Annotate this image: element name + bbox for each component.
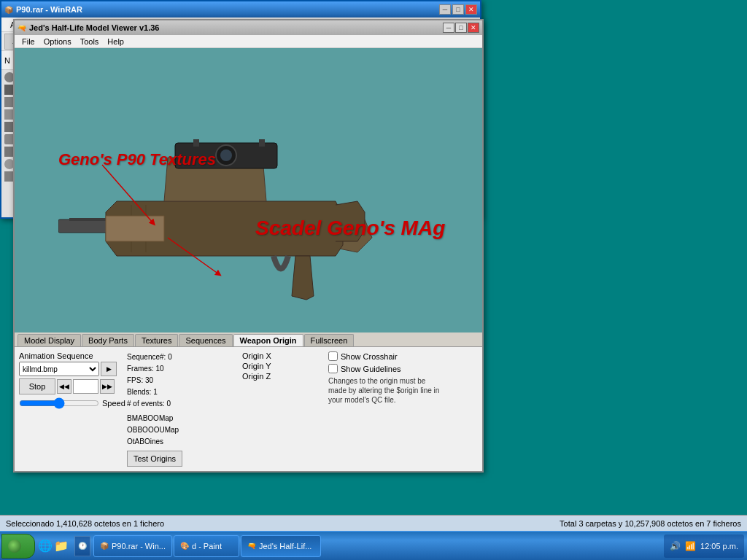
speed-slider[interactable] (19, 397, 99, 409)
svg-line-17 (102, 165, 153, 223)
search-label: N (4, 56, 10, 65)
start-orb-icon (8, 540, 21, 553)
origin-z-row: Origin Z (242, 372, 322, 381)
svg-rect-9 (193, 139, 199, 147)
winrar-titlebar: 📦 P90.rar - WinRAR ─ □ ✕ (1, 1, 480, 18)
taskbar-app-modelviewer[interactable]: 🔫 Jed's Half-Lif... (241, 535, 321, 557)
mv-maximize-button[interactable]: □ (455, 23, 467, 33)
animation-section: Animation Sequence killmd.bmp ▶ Stop ◀◀ … (19, 351, 121, 409)
speed-label: Speed (102, 399, 125, 408)
status-bar: Seleccionado 1,410,628 octetos en 1 fich… (0, 515, 747, 531)
animation-sequence-select[interactable]: killmd.bmp (19, 362, 99, 376)
tray-time-display: 12:05 p.m. (700, 542, 738, 551)
svg-line-18 (168, 238, 219, 274)
mv-menubar: File Options Tools Help (15, 35, 482, 48)
tray-volume-icon: 📶 (685, 541, 696, 551)
checkboxes-section: Show Crosshair Show Guidelines Changes t… (328, 351, 478, 405)
speed-row: Speed (19, 397, 121, 409)
taskbar-tray: 🔊 📶 12:05 p.m. (664, 534, 744, 558)
animation-label: Animation Sequence (19, 351, 121, 360)
mv-close-button[interactable]: ✕ (468, 23, 479, 33)
desktop: 📦 P90.rar - WinRAR ─ □ ✕ Arc File Comman… (0, 0, 747, 560)
origin-y-row: Origin Y (242, 362, 322, 370)
winrar-controls: ─ □ ✕ (439, 4, 477, 15)
mv-icon: 🔫 (18, 24, 26, 32)
viewport-annotation-1: Geno's P90 Textures (58, 150, 216, 169)
model-viewer-window: 🔫 Jed's Half-Life Model Viewer v1.36 ─ □… (13, 19, 484, 472)
prev-frame-button[interactable]: ◀◀ (57, 379, 71, 394)
winrar-title: P90.rar - WinRAR (16, 5, 439, 14)
tab-sequences[interactable]: Sequences (179, 334, 232, 346)
origin-note: Changes to the origin must be made by al… (328, 376, 445, 405)
origin-x-label: Origin X (242, 351, 271, 360)
crosshair-label: Show Crosshair (341, 352, 398, 361)
show-crosshair-checkbox[interactable] (328, 351, 338, 361)
tab-model-display[interactable]: Model Display (18, 334, 81, 346)
taskbar-quick-launch: 🌐 📁 (38, 539, 69, 553)
stat-fps: FPS: 30 (127, 375, 236, 386)
animation-controls: Stop ◀◀ ▶▶ (19, 378, 121, 394)
map-values: BMABOOMap OBBOOOUMap OtABOines (127, 413, 236, 448)
tray-network-icon: 🔊 (670, 541, 681, 551)
stat-sequence: Sequence#: 0 (127, 351, 236, 363)
guidelines-label: Show Guidelines (341, 365, 401, 373)
tab-weapon-origin[interactable]: Weapon Origin (233, 334, 303, 346)
mv-viewport: Geno's P90 Textures Scadel Geno's MAg (15, 48, 482, 332)
map-x: BMABOOMap (127, 413, 236, 424)
guidelines-row: Show Guidelines (328, 364, 478, 373)
status-right: Total 3 carpetas y 10,257,908 octetos en… (554, 519, 747, 528)
taskbar-ie-icon[interactable]: 🌐 (38, 539, 53, 553)
origin-z-label: Origin Z (242, 372, 271, 381)
taskbar-app-winrar[interactable]: 📦 P90.rar - Win... (93, 535, 172, 557)
mv-menu-tools[interactable]: Tools (76, 36, 104, 47)
taskbar-app-modelviewer-label: Jed's Half-Lif... (259, 542, 311, 551)
taskbar-app-winrar-label: P90.rar - Win... (112, 542, 166, 551)
status-left: Seleccionado 1,410,628 octetos en 1 fich… (0, 519, 554, 528)
viewport-annotation-2: Scadel Geno's MAg (255, 216, 445, 241)
clock-icon: 🕐 (74, 536, 90, 556)
taskbar-apps: 🕐 📦 P90.rar - Win... 🎨 d - Paint 🔫 Jed's… (74, 535, 664, 557)
mv-minimize-button[interactable]: ─ (443, 23, 454, 33)
mv-menu-options[interactable]: Options (39, 36, 76, 47)
panel-content-row: Animation Sequence killmd.bmp ▶ Stop ◀◀ … (19, 351, 478, 467)
stat-events: # of events: 0 (127, 398, 236, 410)
origin-x-row: Origin X (242, 351, 322, 360)
winrar-maximize-button[interactable]: □ (452, 4, 464, 15)
origin-y-label: Origin Y (242, 362, 271, 370)
show-guidelines-checkbox[interactable] (328, 364, 338, 373)
taskbar-app-paint-label: d - Paint (192, 542, 222, 551)
stat-frames: Frames: 10 (127, 363, 236, 375)
crosshair-row: Show Crosshair (328, 351, 478, 361)
mv-controls: ─ □ ✕ (443, 23, 479, 33)
frame-counter-display: ▶ (101, 362, 117, 376)
mv-panel: Animation Sequence killmd.bmp ▶ Stop ◀◀ … (15, 347, 482, 471)
taskbar: 🌐 📁 🕐 📦 P90.rar - Win... 🎨 d - Paint 🔫 J… (0, 531, 747, 560)
winrar-minimize-button[interactable]: ─ (439, 4, 451, 15)
svg-rect-10 (259, 139, 265, 147)
animation-dropdown-row: killmd.bmp ▶ (19, 362, 121, 376)
stats-section: Sequence#: 0 Frames: 10 FPS: 30 Blends: … (127, 351, 236, 467)
stop-button[interactable]: Stop (19, 378, 55, 394)
tray-clock: 12:05 p.m. (700, 542, 738, 551)
taskbar-app-paint[interactable]: 🎨 d - Paint (174, 535, 239, 557)
stat-blends: Blends: 1 (127, 386, 236, 398)
tab-textures[interactable]: Textures (135, 334, 179, 346)
map-z: OtABOines (127, 436, 236, 448)
origins-section: Origin X Origin Y Origin Z (242, 351, 322, 382)
map-y: OBBOOOUMap (127, 424, 236, 436)
mv-menu-help[interactable]: Help (103, 36, 128, 47)
frame-display (73, 379, 98, 394)
tab-body-parts[interactable]: Body Parts (82, 334, 134, 346)
winrar-close-button[interactable]: ✕ (465, 4, 477, 15)
taskbar-folder-icon[interactable]: 📁 (54, 539, 69, 553)
mv-title: Jed's Half-Life Model Viewer v1.36 (29, 23, 443, 32)
test-origins-button[interactable]: Test Origins (127, 451, 182, 467)
next-frame-button[interactable]: ▶▶ (100, 379, 115, 394)
tab-fullscreen[interactable]: Fullscreen (304, 334, 355, 346)
mv-menu-file[interactable]: File (18, 36, 39, 47)
start-button[interactable] (1, 534, 35, 559)
mv-tabs: Model Display Body Parts Textures Sequen… (15, 332, 482, 347)
mv-titlebar: 🔫 Jed's Half-Life Model Viewer v1.36 ─ □… (15, 20, 482, 35)
